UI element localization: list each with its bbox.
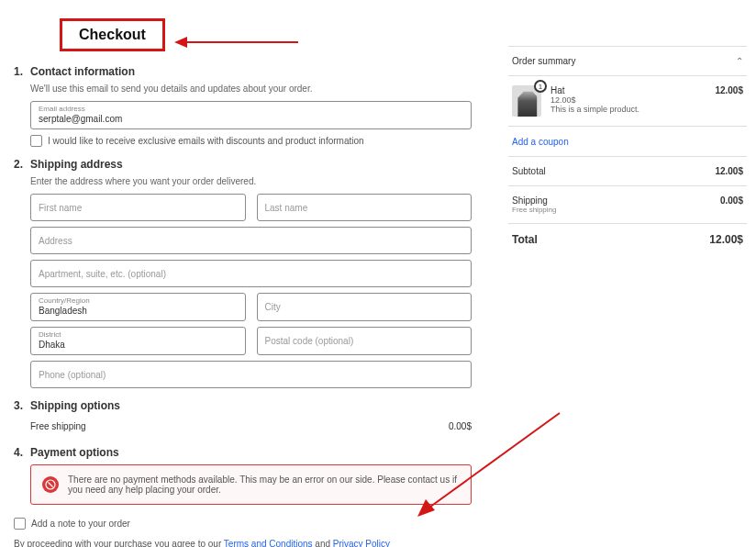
ship-options-section: 3. Shipping options Free shipping 0.00$ [14,399,472,435]
ship-opt-label: Free shipping [30,421,86,431]
phone-ph: Phone (optional) [39,370,106,380]
apt-field[interactable]: Apartment, suite, etc. (optional) [30,260,472,287]
email-input[interactable] [39,114,463,124]
address-field[interactable]: Address [30,227,472,254]
section-num-2: 2. [14,158,23,171]
payment-error-msg: There are no payment methods available. … [68,474,460,495]
payment-section: 4. Payment options There are no payment … [14,446,472,505]
shipping-value: 0.00$ [720,195,743,214]
order-summary: Order summary ⌃ 1 Hat 12.00$ This is a s… [508,46,747,547]
shipping-title: Shipping address [30,158,123,171]
svg-line-3 [49,483,53,487]
contact-desc: We'll use this email to send you details… [30,84,472,94]
city-ph: City [265,302,281,312]
first-name-field[interactable]: First name [30,194,246,221]
error-icon [42,476,59,493]
page-title: Checkout [79,27,146,43]
summary-title: Order summary [512,56,575,66]
section-num-1: 1. [14,65,23,78]
note-checkbox[interactable] [14,518,26,530]
first-name-ph: First name [39,203,82,213]
shipping-desc: Enter the address where you want your or… [30,176,472,186]
subtotal-label: Subtotal [512,166,546,176]
annotation-arrow-left [174,33,303,51]
country-label: Country/Region [39,296,238,305]
ship-options-title: Shipping options [30,399,120,412]
shipping-label: Shipping [512,195,548,206]
last-name-field[interactable]: Last name [257,194,472,221]
marketing-label: I would like to receive exclusive emails… [48,136,364,146]
last-name-ph: Last name [265,203,308,213]
summary-item: 1 Hat 12.00$ This is a simple product. 1… [508,76,747,127]
annotation-arrow-diagonal [413,404,569,523]
country-input[interactable] [39,306,238,316]
item-price-sub: 12.00$ [550,95,706,105]
email-label: Email address [39,105,463,113]
phone-field[interactable]: Phone (optional) [30,361,472,388]
email-field-wrap[interactable]: Email address [30,101,472,129]
contact-title: Contact information [30,65,135,78]
marketing-checkbox[interactable] [30,135,42,147]
privacy-link[interactable]: Privacy Policy [333,539,390,547]
payment-title: Payment options [30,446,119,459]
svg-marker-1 [174,37,187,48]
city-field[interactable]: City [257,293,472,321]
svg-line-4 [427,413,560,509]
terms-link[interactable]: Terms and Conditions [224,539,313,547]
terms-text: By proceeding with your purchase you agr… [14,539,472,547]
total-label: Total [512,233,538,246]
shipping-section: 2. Shipping address Enter the address wh… [14,158,472,388]
note-label: Add a note to your order [31,519,130,529]
chevron-up-icon[interactable]: ⌃ [736,56,743,66]
payment-error: There are no payment methods available. … [30,464,472,505]
checkout-title-highlight: Checkout [60,18,165,51]
item-name: Hat [550,85,706,95]
subtotal-value: 12.00$ [715,166,743,176]
section-num-4: 4. [14,446,23,459]
section-num-3: 3. [14,399,23,412]
district-label: District [39,330,238,339]
item-price: 12.00$ [715,85,743,95]
address-ph: Address [39,236,72,246]
total-value: 12.00$ [709,233,743,246]
district-field[interactable]: District [30,327,246,355]
country-field[interactable]: Country/Region [30,293,246,321]
svg-marker-5 [417,499,435,517]
item-desc: This is a simple product. [550,105,706,114]
apt-ph: Apartment, suite, etc. (optional) [39,269,166,279]
postal-field[interactable]: Postal code (optional) [257,327,472,355]
contact-section: 1. Contact information We'll use this em… [14,65,472,147]
add-coupon-link[interactable]: Add a coupon [512,137,569,147]
postal-ph: Postal code (optional) [265,336,354,346]
shipping-sub: Free shipping [512,206,556,214]
district-input[interactable] [39,340,238,350]
item-qty-badge: 1 [534,80,547,93]
